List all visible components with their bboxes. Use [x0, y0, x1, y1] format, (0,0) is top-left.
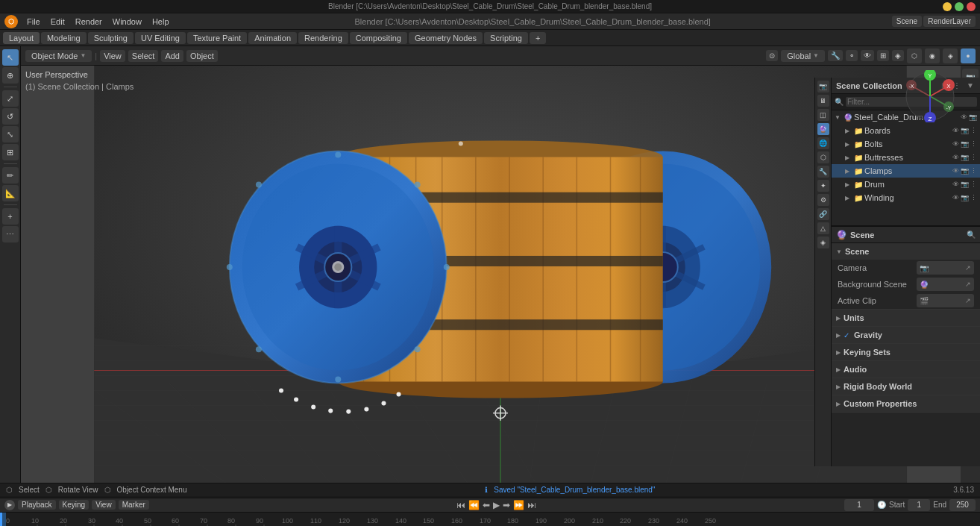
- prop-world-icon[interactable]: 🌐: [817, 137, 829, 149]
- ot-clamps-filter[interactable]: ⋮: [970, 167, 977, 175]
- tool-select[interactable]: ↖: [2, 49, 19, 66]
- play-btn[interactable]: ▶: [493, 500, 500, 510]
- outliner-item-buttresses[interactable]: ▶ 📁 Buttresses 👁 📷 ⋮: [832, 151, 980, 164]
- menu-edit[interactable]: Edit: [46, 16, 69, 28]
- units-section-header[interactable]: ▶ Units: [832, 310, 980, 326]
- outliner-item-bolts[interactable]: ▶ 📁 Bolts 👁 📷 ⋮: [832, 137, 980, 151]
- prop-object-icon[interactable]: ⬡: [817, 151, 829, 163]
- outliner-filter-icon[interactable]: ▼: [965, 80, 976, 91]
- tab-animation[interactable]: Animation: [248, 32, 297, 44]
- jump-start-btn[interactable]: ⏮: [456, 500, 465, 510]
- prop-scene-icon[interactable]: 🔮: [817, 123, 829, 135]
- maximize-btn[interactable]: [955, 2, 964, 11]
- tab-sculpting[interactable]: Sculpting: [88, 32, 134, 44]
- outliner-item-boards[interactable]: ▶ 📁 Boards 👁 📷 ⋮: [832, 124, 980, 137]
- ot-vis-render[interactable]: 📷: [969, 113, 977, 121]
- tab-uv-editing[interactable]: UV Editing: [135, 32, 186, 44]
- next-frame-btn[interactable]: ⏩: [513, 500, 524, 510]
- viewport-view-menu[interactable]: View: [100, 50, 125, 62]
- tool-rotate[interactable]: ↺: [2, 108, 19, 125]
- shade-rendered-btn[interactable]: ●: [961, 48, 976, 63]
- ot-drum-eye[interactable]: 👁: [952, 181, 959, 188]
- prop-material-icon[interactable]: ◈: [817, 237, 829, 248]
- start-frame-field[interactable]: 1: [908, 499, 930, 511]
- scene-props-search-btn[interactable]: 🔍: [967, 231, 976, 239]
- timeline-ruler[interactable]: 0 10 20 30 40 50 60 70 80 90 100 110 120…: [0, 513, 980, 526]
- close-btn[interactable]: [967, 2, 976, 11]
- ot-bolts-eye[interactable]: 👁: [952, 140, 959, 148]
- proportional-edit-btn[interactable]: ⚬: [846, 50, 858, 61]
- ot-boards-filter[interactable]: ⋮: [970, 127, 977, 134]
- camera-link-icon[interactable]: ↗: [965, 264, 971, 272]
- marker-menu[interactable]: Marker: [119, 500, 149, 510]
- ot-butt-render[interactable]: 📷: [961, 154, 969, 161]
- jump-end-btn[interactable]: ⏭: [527, 500, 536, 510]
- ot-butt-eye[interactable]: 👁: [952, 154, 959, 161]
- tab-texture-paint[interactable]: Texture Paint: [187, 32, 247, 44]
- minimize-btn[interactable]: [943, 2, 952, 11]
- prev-frame-btn[interactable]: ⏪: [468, 500, 480, 510]
- transform-pivot-btn[interactable]: ⊙: [766, 50, 778, 61]
- viewport-select-menu[interactable]: Select: [128, 50, 159, 62]
- scene-selector[interactable]: Scene: [892, 16, 922, 27]
- viewport-mode-select[interactable]: Object Mode ▼: [25, 50, 92, 62]
- menu-help[interactable]: Help: [148, 16, 174, 28]
- vp-overlay-btn[interactable]: 👁: [861, 50, 874, 61]
- active-clip-link-icon[interactable]: ↗: [965, 297, 971, 304]
- tab-add[interactable]: +: [530, 32, 546, 44]
- tab-compositing[interactable]: Compositing: [350, 32, 407, 44]
- gravity-checkbox[interactable]: ✓: [844, 331, 849, 339]
- current-frame-field[interactable]: 1: [844, 499, 874, 511]
- tab-rendering[interactable]: Rendering: [298, 32, 348, 44]
- playback-icon[interactable]: ▶: [4, 500, 15, 510]
- vp-gizmo-btn[interactable]: ⊞: [877, 50, 889, 61]
- prop-render-icon[interactable]: 📷: [817, 81, 829, 93]
- transform-space-btn[interactable]: Global ▼: [781, 50, 825, 62]
- active-clip-value[interactable]: 🎬 ↗: [917, 294, 974, 307]
- snap-toggle[interactable]: 🔧: [828, 50, 843, 61]
- prop-physics-icon[interactable]: ⚙: [817, 194, 829, 206]
- render-layer-selector[interactable]: RenderLayer: [923, 16, 976, 27]
- tool-more[interactable]: ⋯: [2, 226, 19, 242]
- menu-file[interactable]: File: [22, 16, 45, 28]
- tool-transform[interactable]: ⊞: [2, 144, 19, 160]
- prop-data-icon[interactable]: △: [817, 222, 829, 234]
- prop-constraints-icon[interactable]: 🔗: [817, 208, 829, 220]
- keying-sets-header[interactable]: ▶ Keying Sets: [832, 344, 980, 360]
- ot-drum-filter[interactable]: ⋮: [970, 181, 977, 188]
- ot-wind-filter[interactable]: ⋮: [970, 194, 977, 201]
- ot-drum-render[interactable]: 📷: [961, 181, 969, 188]
- ot-vis-eye[interactable]: 👁: [961, 113, 967, 121]
- ot-bolts-render[interactable]: 📷: [961, 140, 969, 148]
- tool-cursor[interactable]: ⊕: [2, 67, 19, 84]
- menu-window[interactable]: Window: [108, 16, 146, 28]
- ot-boards-eye[interactable]: 👁: [952, 127, 959, 134]
- playback-menu[interactable]: Playback: [18, 500, 56, 510]
- ot-clamps-eye[interactable]: 👁: [952, 167, 959, 175]
- viewport-add-menu[interactable]: Add: [161, 50, 183, 62]
- gravity-section-header[interactable]: ▶ ✓ Gravity: [832, 327, 980, 343]
- outliner-item-clamps[interactable]: ▶ 📁 Clamps 👁 📷 ⋮: [832, 164, 980, 178]
- navigation-gizmo[interactable]: X Y Z -X -Y: [904, 70, 956, 122]
- ot-bolts-filter[interactable]: ⋮: [970, 140, 977, 148]
- shade-wireframe-btn[interactable]: ⬡: [907, 48, 922, 63]
- menu-render[interactable]: Render: [71, 16, 107, 28]
- tool-measure[interactable]: 📐: [2, 185, 19, 201]
- tab-geometry-nodes[interactable]: Geometry Nodes: [409, 32, 483, 44]
- ot-clamps-render[interactable]: 📷: [961, 167, 969, 175]
- outliner-item-drum[interactable]: ▶ 📁 Drum 👁 📷 ⋮: [832, 178, 980, 191]
- prev-keyframe-btn[interactable]: ⬅: [483, 500, 490, 510]
- ot-wind-eye[interactable]: 👁: [952, 194, 959, 201]
- keying-menu[interactable]: Keying: [59, 500, 89, 510]
- ot-butt-filter[interactable]: ⋮: [970, 154, 977, 161]
- shade-solid-btn[interactable]: ◉: [925, 48, 940, 63]
- viewport-object-menu[interactable]: Object: [186, 50, 218, 62]
- ot-boards-render[interactable]: 📷: [961, 127, 969, 134]
- tab-scripting[interactable]: Scripting: [484, 32, 528, 44]
- camera-value[interactable]: 📷 ↗: [917, 261, 974, 275]
- blender-logo[interactable]: ⬡: [4, 15, 18, 28]
- custom-props-header[interactable]: ▶ Custom Properties: [832, 395, 980, 412]
- tab-layout[interactable]: Layout: [3, 32, 40, 44]
- shade-material-btn[interactable]: ◈: [943, 48, 958, 63]
- scene-section-header[interactable]: ▼ Scene: [832, 243, 980, 260]
